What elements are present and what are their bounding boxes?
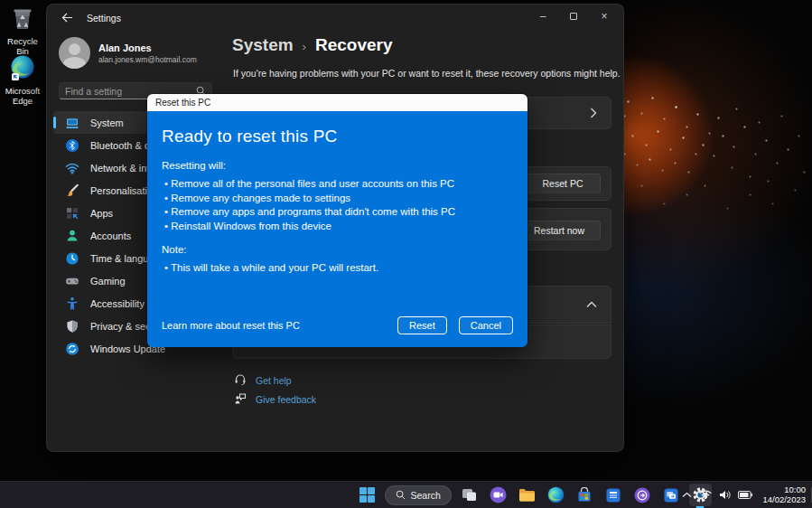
breadcrumb-parent[interactable]: System xyxy=(232,35,294,55)
get-help-link[interactable]: Get help xyxy=(234,373,292,388)
system-icon xyxy=(65,116,79,130)
close-button[interactable]: × xyxy=(589,6,620,26)
task-view-button[interactable] xyxy=(458,484,481,506)
edge-icon xyxy=(547,486,565,503)
document-app-button[interactable] xyxy=(602,484,625,506)
clock-icon xyxy=(65,251,79,266)
dialog-title: Reset this PC xyxy=(155,98,210,108)
file-explorer-button[interactable] xyxy=(516,484,538,506)
give-feedback-link[interactable]: Give feedback xyxy=(234,392,316,407)
dialog-titlebar: Reset this PC xyxy=(147,94,527,111)
user-email: alan.jones.wm@hotmail.com xyxy=(98,55,197,64)
taskbar-search-label: Search xyxy=(411,490,441,501)
maximize-button[interactable] xyxy=(558,6,589,26)
dialog-cancel-label: Cancel xyxy=(471,320,501,331)
wallpaper-sparkles xyxy=(0,0,1,1)
wifi-icon xyxy=(65,161,79,175)
wifi-icon[interactable] xyxy=(699,490,712,500)
dialog-intro: Resetting will: xyxy=(162,160,513,171)
give-feedback-label: Give feedback xyxy=(256,394,316,405)
maximize-icon xyxy=(570,13,577,20)
dialog-body: Ready to reset this PC Resetting will: R… xyxy=(147,111,527,348)
dialog-reset-label: Reset xyxy=(409,320,435,331)
recycle-bin-icon xyxy=(0,5,45,33)
feedback-icon xyxy=(234,392,247,407)
desktop-icon-recycle-bin[interactable]: Recycle Bin xyxy=(0,5,45,56)
bluetooth-icon xyxy=(65,138,79,153)
dialog-heading: Ready to reset this PC xyxy=(162,127,513,146)
user-name: Alan Jones xyxy=(98,42,197,53)
start-button[interactable] xyxy=(356,484,378,506)
window-titlebar: Settings – × xyxy=(47,5,623,30)
avatar xyxy=(59,37,90,69)
store-icon xyxy=(576,487,593,503)
user-profile[interactable]: Alan Jones alan.jones.wm@hotmail.com xyxy=(59,37,197,69)
dialog-reset-button[interactable]: Reset xyxy=(397,316,447,334)
chat-icon xyxy=(490,486,507,503)
edge-button[interactable] xyxy=(545,484,567,506)
chat-button[interactable] xyxy=(487,484,509,506)
remote-desktop-app-button[interactable] xyxy=(660,484,683,506)
breadcrumb: System › Recovery xyxy=(232,35,393,55)
dialog-cancel-button[interactable]: Cancel xyxy=(459,316,513,334)
gamepad-icon xyxy=(65,274,79,288)
system-tray: 10:00 14/02/2023 xyxy=(682,482,806,508)
headset-icon xyxy=(234,373,247,388)
page-title: Recovery xyxy=(315,35,393,55)
taskbar: Search xyxy=(0,481,812,508)
remote-desktop-icon xyxy=(663,487,679,503)
accessibility-person-icon xyxy=(65,296,79,311)
restart-now-button-label: Restart now xyxy=(534,225,584,236)
breadcrumb-separator-icon: › xyxy=(303,40,306,53)
get-help-label: Get help xyxy=(256,375,292,386)
tray-date: 14/02/2023 xyxy=(762,495,806,505)
windows-logo-icon xyxy=(359,487,375,503)
taskbar-search[interactable]: Search xyxy=(385,485,452,505)
dialog-bullet: Remove any changes made to settings xyxy=(162,192,513,206)
sidebar-item-label: Apps xyxy=(90,208,113,219)
dialog-bullet-list: Remove all of the personal files and use… xyxy=(162,177,513,233)
dialog-bullet: Remove any apps and programs that didn't… xyxy=(162,205,513,220)
arrow-circle-app-icon xyxy=(634,487,650,503)
edge-icon xyxy=(0,54,45,83)
apps-icon xyxy=(65,206,79,221)
restart-now-button[interactable]: Restart now xyxy=(518,221,601,240)
desktop-icon-microsoft-edge[interactable]: Microsoft Edge xyxy=(0,54,45,106)
minimize-button[interactable]: – xyxy=(527,6,558,26)
get-started-app-button[interactable] xyxy=(631,484,654,506)
desktop-icon-label: Recycle Bin xyxy=(7,36,38,56)
sidebar-item-label: Accounts xyxy=(90,230,131,241)
chevron-right-icon xyxy=(590,108,597,118)
chevron-up-icon xyxy=(586,301,597,308)
learn-more-link[interactable]: Learn more about reset this PC xyxy=(162,320,300,331)
dialog-note-bullet: This will take a while and your PC will … xyxy=(162,261,513,276)
sidebar-item-label: Gaming xyxy=(90,276,126,287)
dialog-note-label: Note: xyxy=(162,244,513,255)
tray-time: 10:00 xyxy=(762,485,806,495)
person-icon xyxy=(65,229,79,243)
sidebar-item-label: System xyxy=(90,118,124,128)
volume-icon[interactable] xyxy=(719,490,731,500)
dialog-bullet: Remove all of the personal files and use… xyxy=(162,177,513,192)
reset-pc-button[interactable]: Reset PC xyxy=(525,174,601,193)
desktop: Recycle Bin Microsoft Edge xyxy=(0,0,812,508)
task-view-icon xyxy=(462,488,477,502)
desktop-icon-label: Microsoft Edge xyxy=(5,86,41,106)
dialog-footer: Learn more about reset this PC Reset Can… xyxy=(162,316,513,334)
folder-icon xyxy=(518,488,536,503)
store-button[interactable] xyxy=(574,484,596,506)
battery-icon[interactable] xyxy=(738,491,752,499)
dialog-note-list: This will take a while and your PC will … xyxy=(162,261,513,276)
sidebar-item-label: Accessibility xyxy=(90,298,145,309)
reset-pc-button-label: Reset PC xyxy=(543,178,583,189)
document-app-icon xyxy=(605,487,621,503)
reset-dialog: Reset this PC Ready to reset this PC Res… xyxy=(146,93,528,348)
tray-chevron-up-icon[interactable] xyxy=(682,492,692,498)
clock[interactable]: 10:00 14/02/2023 xyxy=(760,485,806,504)
page-description: If you're having problems with your PC o… xyxy=(233,68,621,79)
back-button[interactable] xyxy=(56,8,78,26)
search-icon xyxy=(396,490,406,500)
brush-icon xyxy=(65,183,79,198)
update-icon xyxy=(65,342,79,356)
window-title: Settings xyxy=(87,13,121,24)
